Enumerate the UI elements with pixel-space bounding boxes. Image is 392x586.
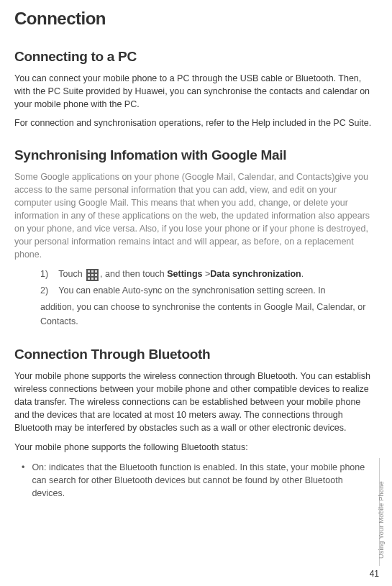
step-1-mid: , and then touch — [100, 269, 167, 279]
step-1-pre: Touch — [58, 269, 85, 279]
svg-rect-7 — [88, 278, 90, 280]
heading-bluetooth: Connection Through Bluetooth — [14, 347, 375, 362]
bullet-on: • On: indicates that the Bluetooth funct… — [22, 461, 375, 500]
svg-rect-3 — [95, 270, 97, 273]
side-label: Using Your Mobile Phone — [378, 481, 385, 559]
bluetooth-status-list: • On: indicates that the Bluetooth funct… — [14, 461, 375, 500]
bullet-on-text: On: indicates that the Bluetooth functio… — [32, 461, 375, 500]
step-1-number: 1) — [40, 267, 56, 282]
step-2-text: You can enable Auto-sync on the synchron… — [58, 285, 325, 296]
svg-rect-4 — [88, 274, 90, 276]
apps-grid-icon — [86, 269, 99, 281]
svg-rect-1 — [88, 270, 90, 273]
bluetooth-paragraph-2: Your mobile phone supports the following… — [14, 441, 375, 454]
step-1: 1) Touch , and then touch Settings >Data… — [40, 267, 375, 282]
bluetooth-paragraph-1: Your mobile phone supports the wireless … — [14, 370, 375, 435]
heading-pc: Connecting to a PC — [14, 49, 375, 65]
page-number: 41 — [370, 569, 379, 579]
google-steps: 1) Touch , and then touch Settings >Data… — [14, 267, 375, 329]
heading-google: Synchronising Infomation with Google Mai… — [14, 147, 375, 163]
svg-rect-5 — [91, 274, 94, 276]
svg-rect-8 — [91, 278, 94, 280]
step-1-end: . — [301, 269, 304, 279]
google-paragraph-1: Some Google applications on your phone (… — [14, 170, 375, 262]
pc-paragraph-2: For connection and synchronisation opera… — [14, 116, 375, 129]
step-1-gt: > — [203, 269, 211, 279]
pc-paragraph-1: You can connect your mobile phone to a P… — [14, 72, 375, 111]
step-1-data-label: Data synchronization — [210, 269, 301, 279]
svg-rect-2 — [91, 270, 94, 273]
step-2: 2) You can enable Auto-sync on the synch… — [40, 283, 375, 298]
svg-rect-9 — [95, 278, 97, 280]
step-2-number: 2) — [40, 283, 56, 298]
step-2-continuation: addition, you can choose to synchronise … — [40, 300, 375, 329]
step-1-settings-label: Settings — [167, 269, 202, 279]
bullet-dot-icon: • — [22, 461, 24, 500]
page-title: Connection — [14, 9, 375, 29]
svg-rect-6 — [95, 274, 97, 276]
